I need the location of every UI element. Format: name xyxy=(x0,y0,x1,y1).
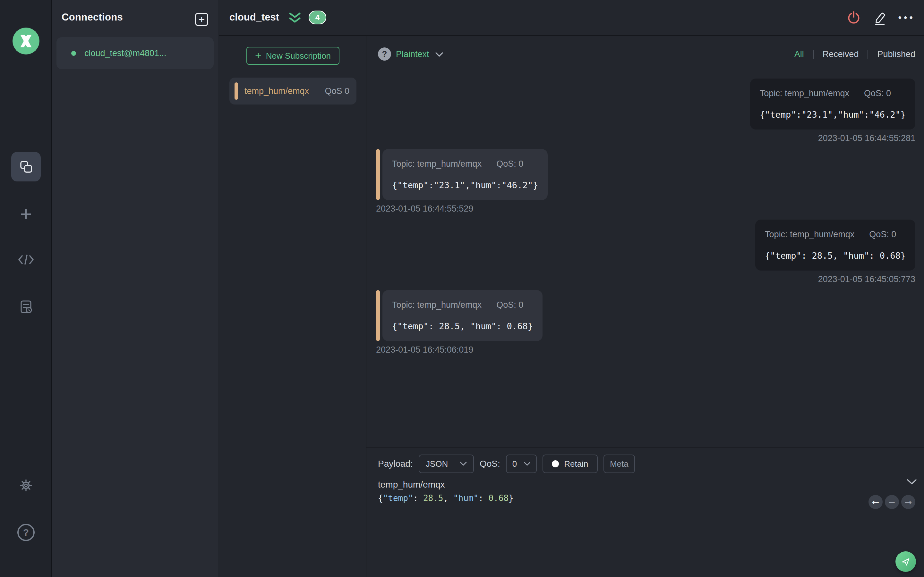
message-payload: {"temp": 28.5, "hum": 0.68} xyxy=(392,321,533,332)
pencil-icon xyxy=(872,10,887,25)
message-color-bar xyxy=(376,149,380,200)
collapse-subscriptions-icon[interactable] xyxy=(288,12,302,24)
message-format-dropdown[interactable]: Plaintext xyxy=(396,49,443,59)
filter-received[interactable]: Received xyxy=(822,49,859,59)
messages-toolbar: ? Plaintext All Received Published xyxy=(367,36,924,72)
edit-connection-button[interactable] xyxy=(872,10,887,25)
message-qos: QoS: 0 xyxy=(869,229,896,239)
help-icon: ? xyxy=(17,524,35,541)
topic-input[interactable]: temp_hum/emqx xyxy=(378,478,895,492)
qos-select[interactable]: 0 xyxy=(506,455,537,473)
code-token: 28.5 xyxy=(423,493,443,503)
new-subscription-button[interactable]: + New Subscription xyxy=(246,47,339,65)
payload-format-value: JSON xyxy=(426,459,448,469)
history-clear-button[interactable]: − xyxy=(885,495,899,509)
chevron-down-icon xyxy=(524,462,530,466)
qos-value: 0 xyxy=(512,459,517,469)
plus-icon: + xyxy=(199,13,205,26)
message-color-bar xyxy=(376,290,380,341)
paper-plane-icon xyxy=(901,556,911,567)
arrow-left-icon: ← xyxy=(872,497,879,507)
code-token: "hum" xyxy=(453,493,478,503)
history-prev-button[interactable]: ← xyxy=(869,495,883,509)
chevron-down-icon xyxy=(435,52,443,57)
connection-status-dot xyxy=(71,51,76,56)
subscription-topic: temp_hum/emqx xyxy=(244,86,325,96)
mqttx-logo-icon xyxy=(13,27,39,55)
message-list: Topic: temp_hum/emqx QoS: 0 {"temp":"23.… xyxy=(367,72,924,448)
gear-icon xyxy=(18,478,34,493)
payload-editor[interactable]: {"temp": 28.5, "hum": 0.68} xyxy=(378,493,514,503)
minus-icon: − xyxy=(888,497,896,507)
connection-list-item[interactable]: cloud_test@m4801... xyxy=(57,37,214,69)
new-subscription-label: New Subscription xyxy=(266,51,331,61)
payload-format-help-icon[interactable]: ? xyxy=(378,47,391,61)
code-token: : xyxy=(413,493,423,503)
app-sidebar: + xyxy=(0,0,52,577)
sidebar-item-new-connection[interactable]: + xyxy=(11,199,41,229)
subscriptions-column: + New Subscription temp_hum/emqx QoS 0 xyxy=(219,36,367,577)
retain-toggle[interactable]: Retain xyxy=(543,455,598,473)
message-published: Topic: temp_hum/emqx QoS: 0 {"temp":"23.… xyxy=(376,79,915,143)
history-next-button[interactable]: → xyxy=(901,495,915,509)
filter-published[interactable]: Published xyxy=(877,49,915,59)
connections-panel: Connections + cloud_test@m4801... xyxy=(52,0,218,577)
connection-header: cloud_test 4 xyxy=(219,0,924,36)
message-topic: Topic: temp_hum/emqx xyxy=(760,88,849,98)
message-received: Topic: temp_hum/emqx QoS: 0 {"temp":"23.… xyxy=(376,149,915,214)
message-filters: All Received Published xyxy=(795,49,915,59)
code-token: { xyxy=(378,493,383,503)
message-timestamp: 2023-01-05 16:45:06:019 xyxy=(376,345,473,355)
message-received: Topic: temp_hum/emqx QoS: 0 {"temp": 28.… xyxy=(376,290,915,355)
meta-label: Meta xyxy=(610,459,628,469)
message-bubble: Topic: temp_hum/emqx QoS: 0 {"temp":"23.… xyxy=(383,149,548,200)
sidebar-item-help[interactable]: ? xyxy=(11,518,41,547)
filter-all[interactable]: All xyxy=(795,49,804,59)
more-options-button[interactable]: ••• xyxy=(898,11,915,25)
retain-label: Retain xyxy=(564,459,588,469)
connection-name: cloud_test@m4801... xyxy=(84,48,166,58)
sidebar-item-settings[interactable] xyxy=(11,471,41,500)
message-timestamp: 2023-01-05 16:44:55:281 xyxy=(818,133,915,143)
payload-label: Payload: xyxy=(378,459,413,469)
subscription-qos: QoS 0 xyxy=(325,86,349,96)
sidebar-item-log[interactable] xyxy=(11,292,41,322)
code-token: , xyxy=(443,493,453,503)
message-history-nav: ← − → xyxy=(869,495,915,509)
publish-composer: Payload: JSON QoS: 0 xyxy=(367,448,924,577)
collapse-composer-icon[interactable] xyxy=(907,479,917,485)
subscription-color-bar xyxy=(234,82,238,100)
subscription-item[interactable]: temp_hum/emqx QoS 0 xyxy=(229,77,357,105)
payload-format-select[interactable]: JSON xyxy=(419,455,474,473)
filter-divider xyxy=(867,50,868,59)
message-published: Topic: temp_hum/emqx QoS: 0 {"temp": 28.… xyxy=(376,219,915,284)
send-button[interactable] xyxy=(895,551,916,572)
topic-value: temp_hum/emqx xyxy=(378,480,445,490)
filter-divider xyxy=(813,50,814,59)
header-actions: ••• xyxy=(846,10,915,25)
power-icon xyxy=(846,11,861,25)
message-payload: {"temp": 28.5, "hum": 0.68} xyxy=(765,251,906,261)
messages-area: ? Plaintext All Received Published xyxy=(367,36,924,577)
message-timestamp: 2023-01-05 16:45:05:773 xyxy=(818,274,915,284)
message-topic: Topic: temp_hum/emqx xyxy=(765,229,855,239)
message-timestamp: 2023-01-05 16:44:55:529 xyxy=(376,204,473,214)
chevron-down-icon xyxy=(460,462,467,466)
mqttx-app: + xyxy=(0,0,924,577)
message-qos: QoS: 0 xyxy=(864,88,891,98)
plus-icon: + xyxy=(20,204,32,224)
message-qos: QoS: 0 xyxy=(496,159,523,169)
meta-button[interactable]: Meta xyxy=(604,455,635,473)
connection-title: cloud_test xyxy=(229,11,279,23)
log-icon xyxy=(19,300,33,314)
connections-icon xyxy=(19,159,33,174)
subscription-count-badge: 4 xyxy=(309,11,326,24)
sidebar-item-connections[interactable] xyxy=(11,152,41,181)
sidebar-item-script[interactable] xyxy=(11,245,41,274)
connections-panel-title: Connections xyxy=(61,11,123,23)
plus-icon: + xyxy=(255,50,262,61)
add-connection-button[interactable]: + xyxy=(195,13,208,26)
qos-label: QoS: xyxy=(480,459,500,469)
disconnect-button[interactable] xyxy=(846,11,861,25)
message-topic: Topic: temp_hum/emqx xyxy=(392,159,481,169)
